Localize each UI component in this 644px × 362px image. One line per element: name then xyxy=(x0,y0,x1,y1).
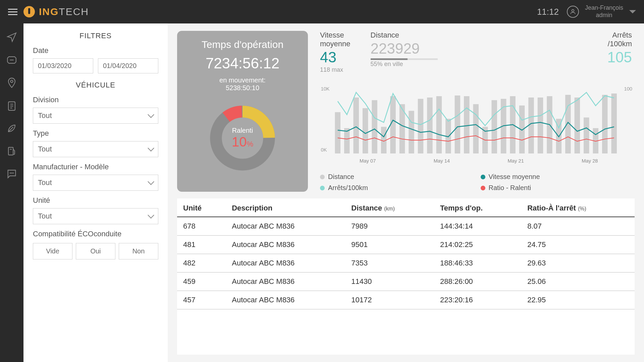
th-unit[interactable]: Unité xyxy=(177,198,226,217)
svg-point-1 xyxy=(10,80,13,82)
speed-sub: 118 max xyxy=(320,66,351,73)
distance-bar xyxy=(371,58,438,60)
svg-text:May 21: May 21 xyxy=(508,158,524,164)
eco-non-button[interactable]: Non xyxy=(119,243,158,259)
legend-distance: Distance xyxy=(320,173,461,181)
avatar-icon[interactable] xyxy=(567,6,579,18)
svg-rect-39 xyxy=(575,98,580,154)
user-dropdown-icon[interactable] xyxy=(629,10,636,13)
svg-text:May 14: May 14 xyxy=(434,158,450,164)
op-moving-label: en mouvement: xyxy=(219,76,266,84)
svg-text:May 28: May 28 xyxy=(582,158,598,164)
stat-distance: Distance 223929 55% en ville xyxy=(371,31,438,73)
nav-pin-icon[interactable] xyxy=(6,77,17,88)
date-from-input[interactable]: 01/03/2020 xyxy=(33,58,93,73)
table-row[interactable]: 482Autocar ABC M8367353188:46:3329.63 xyxy=(177,254,635,273)
svg-text:0K: 0K xyxy=(321,147,327,153)
user-role: admin xyxy=(585,12,623,19)
svg-rect-24 xyxy=(436,96,442,154)
date-label: Date xyxy=(33,46,158,55)
manuf-select[interactable]: Tout xyxy=(33,175,158,191)
user-block[interactable]: Jean-François admin xyxy=(585,4,623,19)
svg-text:10K: 10K xyxy=(321,86,330,92)
operation-time-card: Temps d'opération 7234:56:12 en mouvemen… xyxy=(177,31,308,192)
nav-eld-icon[interactable] xyxy=(6,54,17,66)
nav-clipboard-icon[interactable] xyxy=(6,100,17,111)
type-label: Type xyxy=(33,129,158,138)
filters-title: FILTRES xyxy=(33,32,158,40)
svg-point-6 xyxy=(13,173,13,173)
svg-rect-3 xyxy=(8,147,13,155)
metrics-chart: 10K 0K 100 May 07 May 14 May 21 May 28 xyxy=(317,79,635,168)
distance-value: 223929 xyxy=(371,40,438,57)
svg-rect-30 xyxy=(491,100,497,154)
chevron-down-icon xyxy=(148,212,154,219)
svg-text:100: 100 xyxy=(624,86,632,92)
th-desc[interactable]: Description xyxy=(226,198,345,217)
unit-select[interactable]: Tout xyxy=(33,208,158,224)
legend-speed: Vitesse moyenne xyxy=(481,173,621,181)
svg-point-4 xyxy=(10,173,10,173)
svg-rect-43 xyxy=(611,94,616,154)
table-row[interactable]: 678Autocar ABC M8367989144:34:148.07 xyxy=(177,217,635,236)
svg-rect-21 xyxy=(409,111,414,154)
eco-oui-button[interactable]: Oui xyxy=(76,243,115,259)
header: INGTECH 11:12 Jean-François admin xyxy=(0,0,644,23)
sidenav xyxy=(0,23,23,362)
vehicle-title: VÉHICULE xyxy=(33,81,158,89)
idle-pct: 10% xyxy=(232,134,253,149)
th-dist[interactable]: Distance (km) xyxy=(345,198,434,217)
svg-rect-15 xyxy=(353,98,359,154)
stat-speed: Vitesse moyenne 43 118 max xyxy=(320,31,351,73)
svg-rect-13 xyxy=(335,112,340,154)
table-row[interactable]: 481Autocar ABC M8369501214:02:2524.75 xyxy=(177,236,635,254)
nav-fuel-icon[interactable] xyxy=(6,145,17,157)
chevron-down-icon xyxy=(148,145,154,152)
filters-panel: FILTRES Date 01/03/2020 01/04/2020 VÉHIC… xyxy=(23,23,168,362)
idle-donut-chart: Ralenti 10% xyxy=(206,101,279,175)
svg-rect-17 xyxy=(372,100,377,154)
clock: 11:12 xyxy=(537,7,559,17)
chevron-down-icon xyxy=(148,178,154,185)
stats-row: Vitesse moyenne 43 118 max Distance 2239… xyxy=(317,31,635,79)
brand-text-2: TECH xyxy=(59,6,89,17)
svg-rect-16 xyxy=(363,108,368,154)
table-row[interactable]: 457Autocar ABC M83610172223:20:1622.95 xyxy=(177,291,635,309)
op-moving-value: 5238:50:10 xyxy=(226,84,259,92)
unit-label: Unité xyxy=(33,196,158,205)
units-table: Unité Description Distance (km) Temps d'… xyxy=(177,198,635,355)
legend-stops: Arrêts/100km xyxy=(320,184,461,192)
svg-text:May 07: May 07 xyxy=(360,158,376,164)
eco-label: Compatibilité ÉCOconduite xyxy=(33,230,158,238)
nav-leaf-icon[interactable] xyxy=(6,123,17,134)
division-select[interactable]: Tout xyxy=(33,108,158,124)
logo-icon xyxy=(23,6,35,17)
th-time[interactable]: Temps d'op. xyxy=(434,198,521,217)
op-time: 7234:56:12 xyxy=(206,55,279,72)
brand-logo: INGTECH xyxy=(23,6,89,17)
nav-location-icon[interactable] xyxy=(6,32,17,43)
svg-rect-34 xyxy=(528,98,534,154)
svg-rect-28 xyxy=(473,104,479,154)
svg-rect-26 xyxy=(455,96,460,154)
svg-rect-23 xyxy=(427,98,432,154)
distance-sub: 55% en ville xyxy=(371,61,438,68)
brand-text-1: ING xyxy=(39,6,59,17)
svg-rect-40 xyxy=(584,118,589,154)
eco-vide-button[interactable]: Vide xyxy=(33,243,72,259)
chevron-down-icon xyxy=(148,111,154,118)
chart-legend: Distance Vitesse moyenne Arrêts/100km Ra… xyxy=(317,168,635,192)
nav-chat-icon[interactable] xyxy=(6,168,17,180)
stat-stops: Arrêts /100km 105 xyxy=(607,31,632,73)
table-row[interactable]: 459Autocar ABC M83611430288:26:0025.06 xyxy=(177,273,635,291)
stops-value: 105 xyxy=(607,49,632,66)
type-select[interactable]: Tout xyxy=(33,141,158,157)
th-ratio[interactable]: Ratio-À l'arrêt (%) xyxy=(521,198,635,217)
svg-rect-14 xyxy=(344,128,350,154)
menu-icon[interactable] xyxy=(8,7,17,17)
svg-point-0 xyxy=(572,9,574,12)
date-to-input[interactable]: 01/04/2020 xyxy=(98,58,158,73)
division-label: Division xyxy=(33,96,158,104)
svg-rect-27 xyxy=(464,96,469,154)
svg-rect-19 xyxy=(390,96,395,154)
